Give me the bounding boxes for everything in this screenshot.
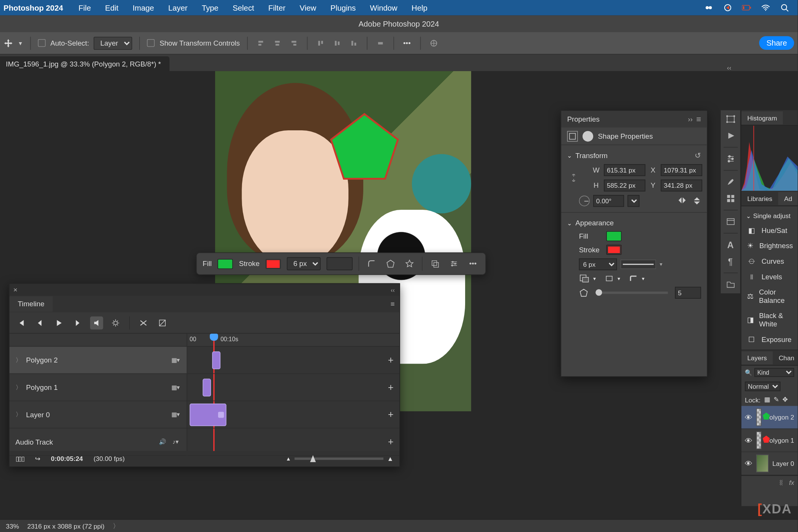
star-icon[interactable] (403, 257, 416, 270)
timeline-audio-track[interactable]: Audio Track 🔊♪▾ (10, 429, 187, 456)
sides-slider[interactable] (595, 291, 668, 294)
collapse-panels-icon[interactable]: ‹‹ (727, 64, 731, 71)
chevron-right-icon[interactable]: 〉 (16, 410, 22, 419)
split-icon[interactable] (137, 316, 150, 329)
align-top-icon[interactable] (315, 37, 326, 49)
zoom-level[interactable]: 33% (6, 522, 19, 530)
libraries-dock-icon[interactable] (724, 215, 737, 228)
align-hcenter-icon[interactable] (271, 37, 283, 49)
battery-icon[interactable] (742, 3, 751, 12)
record-icon[interactable] (723, 3, 733, 12)
auto-select-target[interactable]: Layer (94, 36, 132, 49)
adjustments-tab[interactable]: Ad (778, 192, 798, 204)
menu-edit[interactable]: Edit (105, 3, 119, 12)
audio-menu-icon[interactable]: ♪▾ (170, 437, 181, 447)
layer-thumbnail[interactable] (756, 431, 762, 449)
adjustment-bw[interactable]: ◨Black & White (741, 308, 798, 332)
fx-icon[interactable]: fx (789, 478, 794, 486)
reset-icon[interactable]: ↺ (695, 151, 701, 160)
wifi-icon[interactable] (761, 3, 770, 12)
stroke-align-icon[interactable] (605, 274, 614, 283)
stroke-swatch[interactable] (266, 259, 281, 269)
next-frame-icon[interactable] (71, 316, 84, 329)
add-clip-icon[interactable]: + (388, 409, 394, 420)
align-right-icon[interactable] (288, 37, 299, 49)
adjustment-brightness[interactable]: ☀Brightness (741, 238, 798, 254)
layer-row[interactable]: 👁 Layer 0 (741, 452, 798, 475)
visibility-icon[interactable]: 👁 (745, 436, 752, 445)
chevron-down-icon[interactable]: ⌄ (746, 212, 750, 219)
3d-mode-icon[interactable] (428, 37, 439, 49)
chevron-right-icon[interactable]: 〉 (16, 356, 22, 364)
auto-select-checkbox[interactable] (38, 39, 46, 47)
creative-cloud-icon[interactable] (704, 3, 714, 12)
lock-move-icon[interactable]: ✥ (782, 396, 788, 404)
timeline-ruler[interactable]: 00 00:10s (187, 334, 399, 347)
swatches-icon[interactable] (724, 192, 737, 205)
lock-brush-icon[interactable]: ✎ (774, 396, 779, 404)
path-op-icon[interactable] (579, 274, 590, 283)
chevron-down-icon[interactable]: ▾ (660, 261, 663, 268)
show-transform-checkbox[interactable] (147, 39, 155, 47)
flip-vertical-icon[interactable] (693, 196, 701, 206)
bounds-icon[interactable] (724, 112, 737, 125)
layer-row[interactable]: 👁 Polygon 1 (741, 429, 798, 452)
add-clip-icon[interactable]: + (388, 355, 394, 365)
share-button[interactable]: Share (759, 36, 794, 50)
timeline-track[interactable]: 〉 Polygon 1 ▦▾ (10, 374, 187, 401)
chevron-right-icon[interactable]: 〉 (16, 383, 22, 391)
layers-tab[interactable]: Layers (741, 351, 773, 364)
collapse-icon[interactable]: ›› (688, 115, 692, 124)
layer-thumbnail[interactable] (756, 454, 769, 472)
layer-row[interactable]: 👁 Polygon 2 (741, 406, 798, 429)
link-layers-icon[interactable]: ⧛ (778, 478, 784, 486)
sides-input[interactable] (675, 287, 701, 299)
app-name[interactable]: Photoshop 2024 (3, 3, 63, 12)
lock-transparency-icon[interactable]: ▦ (764, 396, 770, 404)
align-vcenter-icon[interactable] (331, 37, 343, 49)
add-clip-icon[interactable]: + (388, 437, 394, 447)
audio-mute-icon[interactable]: 🔊 (157, 437, 168, 447)
adjustment-levels[interactable]: ⫴Levels (741, 269, 798, 285)
stack-icon[interactable] (429, 257, 442, 270)
appearance-stroke-swatch[interactable] (606, 245, 622, 255)
more-icon[interactable]: ••• (466, 257, 479, 270)
adjustment-hue-sat[interactable]: ◧Hue/Sat (741, 223, 798, 238)
layer-filter-select[interactable]: Kind (754, 368, 794, 377)
timeline-tab[interactable]: Timeline (10, 296, 53, 312)
distribute-icon[interactable] (374, 37, 386, 49)
spotlight-icon[interactable] (780, 3, 789, 12)
chevron-down-icon[interactable]: ⌄ (567, 152, 572, 159)
collapse-icon[interactable]: ‹‹ (386, 287, 399, 293)
zoom-slider[interactable] (294, 458, 383, 460)
layer-thumbnail[interactable] (756, 408, 762, 426)
render-icon[interactable]: ↪ (35, 455, 40, 462)
menu-layer[interactable]: Layer (168, 3, 188, 12)
histogram-tab[interactable]: Histogram (741, 111, 783, 124)
adjustment-exposure[interactable]: ☐Exposure (741, 332, 798, 347)
timeline-track-area[interactable]: 00 00:10s + + + + (187, 334, 399, 451)
settings-icon[interactable] (109, 316, 122, 329)
visibility-icon[interactable]: 👁 (745, 413, 752, 421)
move-tool-icon[interactable] (3, 38, 13, 48)
first-frame-icon[interactable] (14, 316, 27, 329)
track-video-menu-icon[interactable]: ▦▾ (170, 382, 181, 393)
libraries-tab[interactable]: Libraries (741, 192, 778, 204)
chevron-down-icon[interactable]: ⌄ (567, 220, 572, 226)
adjustment-curves[interactable]: ⦵Curves (741, 253, 798, 269)
keyframe-nav-icon[interactable]: ▯▯▯ (16, 455, 24, 462)
adjustment-color-balance[interactable]: ⚖Color Balance (741, 285, 798, 308)
panel-menu-icon[interactable]: ≡ (386, 300, 399, 308)
flip-horizontal-icon[interactable] (678, 196, 687, 206)
fill-swatch[interactable] (218, 259, 233, 269)
transition-icon[interactable] (156, 316, 169, 329)
link-dimensions-icon[interactable] (571, 173, 577, 182)
zoom-out-icon[interactable]: ▲ (286, 456, 291, 462)
stroke-width-select[interactable]: 6 px (287, 257, 321, 270)
corner-radius-icon[interactable] (365, 257, 378, 270)
channels-tab[interactable]: Chan (773, 351, 798, 364)
track-video-menu-icon[interactable]: ▦▾ (170, 355, 181, 365)
stroke-style-select[interactable] (621, 260, 656, 269)
x-input[interactable] (661, 164, 702, 176)
timeline-clip[interactable] (212, 352, 220, 369)
